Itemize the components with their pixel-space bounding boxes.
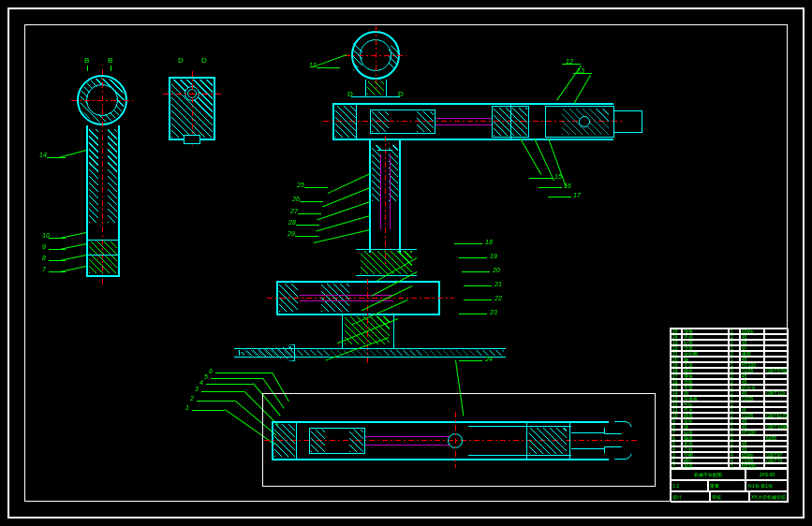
pl-no-19: 19 [671,362,682,368]
pl-note-24 [764,334,789,340]
ref-9: 9 [42,243,46,250]
cyl-bot [332,139,613,140]
pl-note-18: GB/T5782 [764,368,789,373]
arm-h1 [274,424,295,457]
sb-arrow-r [111,66,111,71]
cyl-top [332,103,613,105]
pl-qty-12: 1 [729,402,740,407]
ref-20: 20 [493,267,500,273]
pl-note-19 [764,362,789,368]
pl-qty-4: 1 [729,446,740,452]
pl-name-7: 端盖 [682,430,729,435]
neck-hatch [367,81,384,95]
pl-name-9: 齿轮 [682,418,729,424]
pl-mat-20: 45 [740,357,764,362]
ref-26: 26 [292,196,300,202]
pl-mat-14: 45 [740,390,764,396]
pl-qty-15: 1 [729,385,740,390]
sb-body-r [118,125,120,275]
pl-name-20: 轴 [682,357,729,362]
title-block: 机械手装配图 JXS-00 1:2 重量 共1张 第1张 设计 审核 XX大学机… [670,468,788,502]
pl-no-23: 23 [671,340,682,345]
arm-bot [272,459,609,460]
base-top [276,281,440,283]
varm-rod-l [380,154,381,229]
sb-foot-div2 [86,255,120,256]
ldr-ur-land1 [529,178,553,179]
ldr-vl-land4 [296,225,319,226]
ldr-ur-land3 [548,197,571,197]
ldr-rland-2 [459,257,487,258]
ldr-rland-4 [464,285,492,286]
pl-note-5 [764,441,789,446]
arm-joint-cl [455,412,456,468]
sb-arrow-l [87,66,88,71]
section-b-left: B [84,56,89,65]
ref-12: 12 [566,58,573,65]
grip-shaft-b [571,448,604,449]
arm2-div2 [569,421,570,460]
base-rod [300,295,393,296]
ref-17: 17 [573,192,581,198]
pl-name-2: 螺钉 [682,458,729,463]
pl-no-15: 15 [671,385,682,390]
pl-mat-22: 铝 [740,345,764,351]
pl-qty-22: 1 [729,345,740,351]
rod-2 [436,124,492,125]
pl-qty-21: 2 [729,351,740,357]
ldr-vl-land3 [298,213,321,214]
pl-no-11: 11 [671,407,682,413]
tb-check: 审核 [710,491,749,503]
pl-no-14: 14 [671,390,682,396]
motor-end [642,110,642,133]
arm2-bot [468,455,571,456]
varm-rod-r [390,154,391,229]
arm2-top [468,426,571,427]
pl-no-24: 24 [671,334,682,340]
pl-no-7: 7 [671,430,682,435]
pl-note-21 [764,351,789,357]
sd-notch [184,135,200,144]
pl-qty-7: 1 [729,430,740,435]
pl-note-14: GB/T119 [764,390,789,396]
pl-name-17: 滑块 [682,373,729,379]
pl-qty-24: 2 [729,334,740,340]
arm-rod2 [365,445,450,446]
pl-no-6: 6 [671,435,682,441]
pl-note-4 [764,446,789,452]
pl-qty-19: 1 [729,362,740,368]
pl-no-4: 4 [671,446,682,452]
pl-note-13 [764,396,789,402]
pl-mat-11: 纸 [740,407,764,413]
section-d-left: D [178,56,184,65]
ref-23: 23 [490,309,497,315]
pl-note-11 [764,407,789,413]
tb-drawn-text: 设计 [672,494,682,500]
ref-29: 29 [288,230,295,237]
motor-hole [579,116,590,127]
pl-qty-13: 1 [729,396,740,402]
pl-note-6: 6205 [764,435,789,441]
pl-note-23 [764,340,789,345]
tb-co-text: XX大学机械学院 [751,494,786,500]
varm-inner-t [377,150,392,151]
ref-22: 22 [495,295,502,301]
base-bot [276,314,440,315]
flange-cl-v [376,26,376,90]
pl-name-25: 弹簧 [682,329,729,334]
pl-no-2: 2 [671,458,682,463]
joint-t [356,249,417,250]
pl-mat-13: Q235 [740,396,764,402]
joint-hatch [361,251,412,274]
pl-note-10: GB/T6170 [764,413,789,418]
ldr-rland-1 [454,243,482,244]
sb-body-hr [108,129,117,223]
pl-mat-12 [740,402,764,407]
ldr-vl-land5 [295,236,318,237]
pl-note-2: GB/T70 [764,458,789,463]
neck-b [351,96,400,97]
grip-shaft-t [571,432,604,433]
tb-sheet: 共1张 第1张 [746,480,789,491]
tb-dwgno: JXS-00 [746,469,789,480]
pl-qty-3: 4 [729,452,740,458]
